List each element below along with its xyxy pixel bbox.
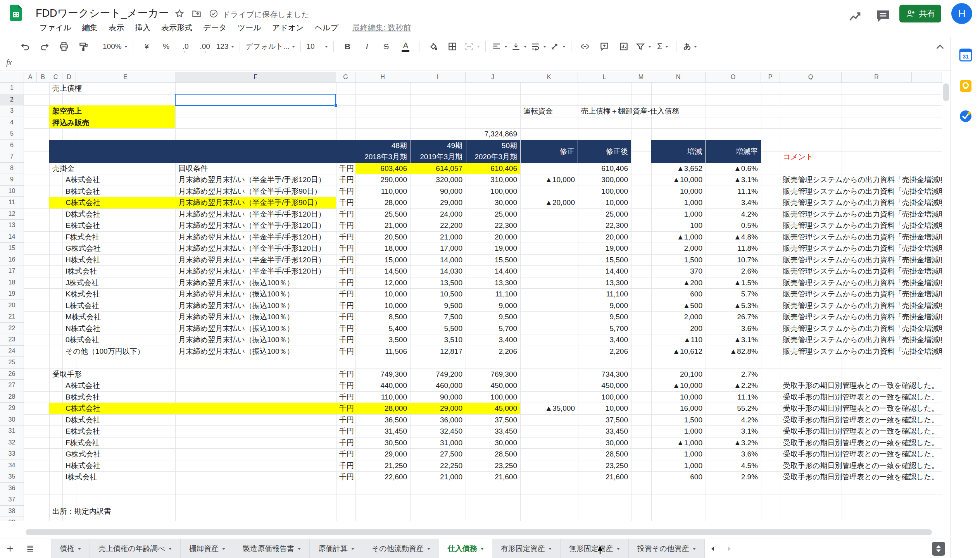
unit-cell[interactable]: 千円 bbox=[336, 346, 355, 357]
company-name[interactable]: C株式会社 bbox=[63, 197, 100, 208]
value-cell[interactable]: 3,510 bbox=[411, 334, 466, 346]
row-header-6[interactable]: 6 bbox=[0, 140, 24, 152]
value-cell[interactable]: 32,450 bbox=[411, 425, 466, 437]
collection-condition[interactable]: 月末締め翌月末払い（半金半手/手形120日） bbox=[176, 220, 336, 231]
value-cell[interactable]: 11.1% bbox=[706, 186, 761, 197]
company-name[interactable]: A株式会社 bbox=[63, 380, 100, 391]
row-header-21[interactable]: 21 bbox=[0, 311, 24, 323]
value-cell[interactable]: 749,300 bbox=[356, 369, 410, 380]
row-header-15[interactable]: 15 bbox=[0, 243, 24, 254]
comment-cell[interactable]: 受取手形の期日別管理表との一致を確認した。 bbox=[780, 425, 939, 437]
collection-condition[interactable]: 月末締め翌月末払い（振込100％） bbox=[176, 277, 336, 289]
spreadsheet-activity-icon[interactable] bbox=[847, 9, 863, 24]
value-cell[interactable]: 29,000 bbox=[411, 403, 466, 414]
company-name[interactable]: H株式会社 bbox=[63, 460, 100, 472]
value-cell[interactable]: 4.2% bbox=[706, 208, 761, 220]
row-header-39[interactable]: 39 bbox=[0, 517, 24, 521]
company-name[interactable]: E株式会社 bbox=[63, 425, 100, 437]
italic-button[interactable]: I bbox=[357, 39, 376, 54]
value-cell[interactable]: ▲110 bbox=[652, 334, 706, 346]
value-cell[interactable]: 29,000 bbox=[411, 197, 466, 208]
grid-corner[interactable] bbox=[0, 72, 24, 83]
value-cell[interactable]: 11.1% bbox=[706, 391, 761, 403]
company-name[interactable]: J株式会社 bbox=[63, 277, 99, 289]
unit-cell[interactable]: 千円 bbox=[336, 174, 355, 186]
value-cell[interactable]: 21,000 bbox=[411, 471, 466, 483]
redo-button[interactable] bbox=[35, 39, 54, 54]
row-header-34[interactable]: 34 bbox=[0, 460, 24, 472]
value-cell[interactable]: 769,300 bbox=[466, 369, 520, 380]
menu-item-6[interactable]: ツール bbox=[232, 21, 267, 34]
value-cell[interactable]: 45,000 bbox=[466, 403, 520, 414]
column-header-L[interactable]: L bbox=[578, 72, 631, 83]
value-cell[interactable]: 10,000 bbox=[578, 197, 631, 208]
row-header-35[interactable]: 35 bbox=[0, 471, 24, 483]
column-header-O[interactable]: O bbox=[706, 72, 761, 83]
value-cell[interactable]: 5,400 bbox=[356, 323, 410, 334]
row-header-14[interactable]: 14 bbox=[0, 231, 24, 243]
value-cell[interactable]: ▲10,612 bbox=[652, 346, 706, 357]
comment-cell[interactable]: 受取手形の期日別管理表との一致を確認した。 bbox=[780, 448, 939, 460]
value-cell[interactable]: 33,450 bbox=[578, 425, 631, 437]
value-cell[interactable]: 22,300 bbox=[466, 220, 520, 231]
column-header-E[interactable]: E bbox=[76, 72, 175, 83]
value-cell[interactable]: 450,000 bbox=[578, 380, 631, 391]
working-capital-formula[interactable]: 売上債権＋棚卸資産-仕入債務 bbox=[578, 105, 679, 117]
menu-item-1[interactable]: 編集 bbox=[77, 21, 103, 34]
value-cell[interactable]: 3.6% bbox=[706, 323, 761, 334]
value-cell[interactable]: 11.8% bbox=[706, 243, 761, 254]
sheet-tab-menu-icon[interactable] bbox=[298, 548, 301, 550]
value-cell[interactable]: 614,057 bbox=[411, 163, 466, 174]
decrease-decimal-button[interactable]: .0← bbox=[176, 39, 195, 54]
row-header-29[interactable]: 29 bbox=[0, 403, 24, 414]
collection-condition[interactable]: 月末締め翌月末払い（振込100％） bbox=[176, 311, 336, 323]
value-cell[interactable]: 2,000 bbox=[652, 243, 706, 254]
unit-cell[interactable]: 千円 bbox=[336, 334, 355, 346]
value-cell[interactable]: 14,400 bbox=[466, 265, 520, 277]
value-cell[interactable]: 100,000 bbox=[578, 391, 631, 403]
unit-cell[interactable]: 千円 bbox=[336, 323, 355, 334]
row-header-7[interactable]: 7 bbox=[0, 151, 24, 163]
value-cell[interactable]: 610,406 bbox=[578, 163, 631, 174]
company-name[interactable]: L株式会社 bbox=[63, 300, 99, 312]
zoom-select[interactable]: 100% bbox=[101, 39, 129, 54]
share-button[interactable]: 共有 bbox=[899, 5, 941, 22]
value-cell[interactable]: 13,300 bbox=[466, 277, 520, 289]
comment-cell[interactable]: 受取手形の期日別管理表との一致を確認した。 bbox=[780, 437, 939, 449]
format-currency-button[interactable]: ¥ bbox=[137, 39, 157, 54]
value-cell[interactable]: 5,700 bbox=[578, 323, 631, 334]
unit-cell[interactable]: 千円 bbox=[336, 425, 355, 437]
value-cell[interactable]: ▲10,000 bbox=[652, 380, 706, 391]
value-cell[interactable]: 21,000 bbox=[356, 220, 410, 231]
source-note[interactable]: 出所：勘定内訳書 bbox=[50, 506, 111, 517]
value-cell[interactable]: 600 bbox=[652, 288, 706, 300]
avatar[interactable]: H bbox=[951, 3, 972, 24]
value-cell[interactable]: 15,500 bbox=[578, 254, 631, 266]
value-cell[interactable]: 22,250 bbox=[411, 460, 466, 472]
unit-cell[interactable]: 千円 bbox=[336, 471, 355, 483]
collection-condition[interactable]: 月末締め翌月末払い（半金半手/手形120日） bbox=[176, 243, 336, 254]
column-label-header[interactable]: 修正 bbox=[521, 140, 578, 163]
borders-button[interactable] bbox=[443, 39, 462, 54]
company-name[interactable]: F株式会社 bbox=[63, 437, 100, 449]
comment-cell[interactable]: 受取手形の期日別管理表との一致を確認した。 bbox=[780, 460, 939, 472]
row-header-31[interactable]: 31 bbox=[0, 425, 24, 437]
column-header-K[interactable]: K bbox=[520, 72, 578, 83]
value-cell[interactable]: 100,000 bbox=[466, 391, 520, 403]
unit-cell[interactable]: 千円 bbox=[336, 288, 355, 300]
unit-cell[interactable]: 千円 bbox=[336, 300, 355, 312]
value-cell[interactable]: 450,000 bbox=[466, 380, 520, 391]
comment-cell[interactable]: 受取手形の期日別管理表との一致を確認した。 bbox=[780, 391, 939, 403]
value-cell[interactable]: ▲1.5% bbox=[706, 277, 761, 289]
value-cell[interactable]: 290,000 bbox=[356, 174, 410, 186]
value-cell[interactable]: 27,500 bbox=[411, 448, 466, 460]
company-name[interactable]: 0株式会社 bbox=[63, 334, 99, 346]
collection-condition[interactable]: 月末締め翌月末払い（半金半手/手形120日） bbox=[176, 254, 336, 266]
sheet-scroll-widget[interactable] bbox=[932, 542, 945, 556]
value-cell[interactable]: 19,000 bbox=[578, 243, 631, 254]
value-cell[interactable]: 3,400 bbox=[466, 334, 520, 346]
value-cell[interactable]: ▲3.2% bbox=[706, 437, 761, 449]
unit-cell[interactable]: 千円 bbox=[336, 448, 355, 460]
horizontal-align-button[interactable] bbox=[490, 39, 509, 54]
value-cell[interactable]: 2,000 bbox=[652, 311, 706, 323]
